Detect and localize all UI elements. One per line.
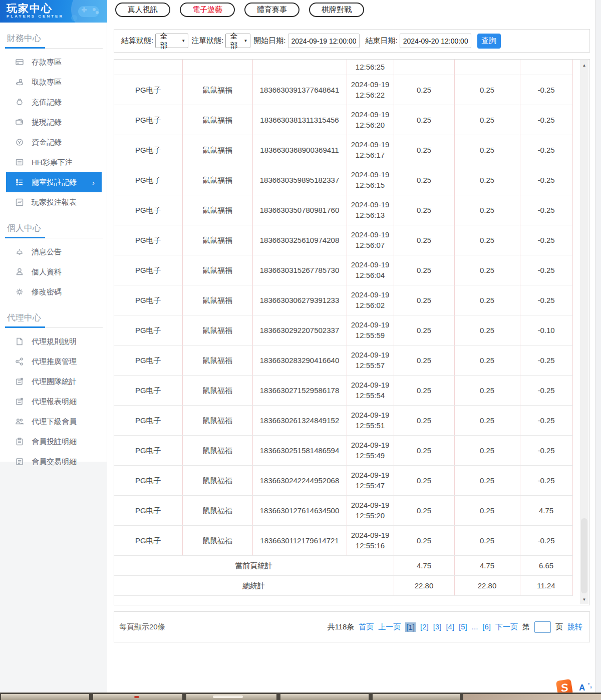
jump-button[interactable]: 跳转: [567, 622, 582, 632]
cell-game: 鼠鼠福福: [182, 135, 252, 165]
sidebar-item-label: 代理團隊統計: [32, 377, 77, 387]
cell-game: 鼠鼠福福: [182, 165, 252, 195]
end-date-input[interactable]: [400, 34, 471, 48]
chevron-down-icon: ▼: [181, 39, 185, 43]
table-scrollbar-thumb[interactable]: [581, 518, 587, 593]
page-link-6[interactable]: [6]: [482, 622, 491, 632]
cell-order-id: 1836630242244952068: [252, 465, 347, 495]
cell-time: 2024-09-1912:55:49: [347, 435, 394, 465]
window-thumbnail[interactable]: [1, 694, 89, 700]
window-thumbnail[interactable]: [280, 694, 369, 700]
tab-體育賽事[interactable]: 體育賽事: [244, 3, 299, 17]
scroll-up-arrow-icon[interactable]: ▲: [580, 61, 588, 69]
sidebar-item-資金記錄[interactable]: 資金記錄: [0, 132, 107, 152]
cell-game: 鼠鼠福福: [182, 315, 252, 345]
sidebar-item-個人資料[interactable]: 個人資料: [0, 262, 107, 282]
cell-order-id: 1836630112179614721: [252, 525, 347, 555]
sidebar-item-代理報表明細[interactable]: 代理報表明細: [0, 392, 107, 412]
cell-game: 鼠鼠福福: [182, 465, 252, 495]
cell-profit: -0.25: [520, 195, 572, 225]
sidebar-item-提現記錄[interactable]: 提現記錄: [0, 112, 107, 132]
cell-empty: [454, 60, 520, 75]
prev-page-link[interactable]: 上一页: [378, 622, 401, 632]
total-count-text: 共118条: [327, 622, 354, 632]
cell-time: 2024-09-1912:55:57: [347, 345, 394, 375]
next-page-link[interactable]: 下一页: [495, 622, 518, 632]
sidebar-item-會員投註明細[interactable]: 會員投註明細: [0, 432, 107, 452]
settle-status-select[interactable]: 全部 ▼: [155, 34, 188, 48]
ime-mode-letter[interactable]: A: [579, 683, 585, 693]
cell-provider: PG电子: [114, 435, 182, 465]
section-divider: [0, 326, 107, 328]
page-link-4[interactable]: [4]: [446, 622, 454, 632]
window-thumbnail[interactable]: [373, 694, 460, 700]
tab-電子遊藝[interactable]: 電子遊藝: [180, 3, 235, 17]
jump-suffix-text: 页: [555, 622, 563, 632]
cell-provider: PG电子: [114, 225, 182, 255]
cell-order-id: 1836630283290416640: [252, 345, 347, 375]
tab-真人視訊[interactable]: 真人視訊: [115, 3, 170, 17]
withdraw-hand-icon: [15, 78, 24, 87]
cell-order-id: 1836630315267785730: [252, 255, 347, 285]
cell-provider: PG电子: [114, 75, 182, 105]
scroll-down-arrow-icon[interactable]: ▼: [580, 595, 588, 603]
cell-valid-total: 22.80: [454, 575, 520, 595]
first-page-link[interactable]: 首页: [359, 622, 374, 632]
search-button[interactable]: 查詢: [477, 34, 501, 49]
cell-profit: -0.25: [520, 405, 572, 435]
cell-valid-bet: 0.25: [454, 285, 520, 315]
sidebar-item-玩家投注報表[interactable]: 玩家投注報表: [0, 192, 107, 212]
jump-page-input[interactable]: [534, 621, 551, 633]
cell-game: 鼠鼠福福: [182, 285, 252, 315]
table-summary-row: 當前頁統計4.754.756.65: [114, 555, 572, 575]
sidebar-item-充值記錄[interactable]: 充值記錄: [0, 92, 107, 112]
cell-provider: PG电子: [114, 195, 182, 225]
page-link-1[interactable]: [1]: [405, 622, 416, 632]
start-date-input[interactable]: [288, 34, 360, 48]
table-scrollbar[interactable]: ▲ ▼: [580, 60, 588, 604]
cell-valid-bet: 0.25: [454, 315, 520, 345]
withdrawal-record-icon: [15, 118, 24, 127]
table-row: PG电子鼠鼠福福18366303062793912332024-09-1912:…: [114, 285, 572, 315]
cell-bet-amount: 0.25: [394, 195, 454, 225]
sidebar-item-廳室投註記錄[interactable]: 廳室投註記錄›: [6, 172, 102, 192]
order-status-select[interactable]: 全部 ▼: [225, 34, 250, 48]
cell-bet-total: 4.75: [394, 555, 454, 575]
tab-棋牌對戰[interactable]: 棋牌對戰: [309, 3, 364, 17]
cell-time: 2024-09-1912:56:20: [347, 105, 394, 135]
sidebar-item-代理規則說明[interactable]: 代理規則說明: [0, 331, 107, 352]
sidebar-item-修改密碼[interactable]: 修改密碼: [0, 282, 107, 302]
cell-time: 2024-09-1912:56:22: [347, 75, 394, 105]
sidebar-item-代理團隊統計[interactable]: 代理團隊統計: [0, 372, 107, 392]
page-link-3[interactable]: [3]: [433, 622, 442, 632]
browser-scrollbar[interactable]: [595, 0, 601, 700]
sidebar-item-存款專區[interactable]: 存款專區: [0, 52, 107, 72]
cell-game: 鼠鼠福福: [182, 495, 252, 525]
cell-time: 2024-09-1912:56:15: [347, 165, 394, 195]
page-link-5[interactable]: [5]: [459, 622, 467, 632]
sidebar-item-HH彩票下注[interactable]: HH彩票下注: [0, 152, 107, 172]
cell-profit: -0.25: [520, 105, 572, 135]
sidebar-item-消息公告[interactable]: 消息公告: [0, 242, 107, 262]
end-date-label: 結束日期:: [366, 36, 398, 46]
sidebar-item-label: 存款專區: [32, 58, 62, 67]
cell-valid-bet: 0.25: [454, 255, 520, 285]
sidebar-item-取款專區[interactable]: 取款專區: [0, 72, 107, 92]
sidebar-item-代理下級會員[interactable]: 代理下級會員: [0, 412, 107, 432]
cell-valid-bet: 0.25: [454, 405, 520, 435]
cell-time: 2024-09-1912:55:20: [347, 495, 394, 525]
sidebar-item-代理推廣管理[interactable]: 代理推廣管理: [0, 352, 107, 372]
order-status-value: 全部: [230, 32, 239, 51]
table-row: PG电子鼠鼠福福18366302832904166402024-09-1912:…: [114, 345, 572, 375]
cell-bet-amount: 0.25: [394, 255, 454, 285]
sidebar-item-會員交易明細[interactable]: 會員交易明細: [0, 452, 107, 472]
page-link-2[interactable]: [2]: [420, 622, 429, 632]
window-thumbnail[interactable]: [463, 694, 601, 700]
table-row: PG电子鼠鼠福福18366302613248491522024-09-1912:…: [114, 405, 572, 435]
sidebar-item-label: 代理規則說明: [32, 337, 77, 346]
report-chart-icon: [15, 198, 24, 207]
sidebar-item-label: 會員交易明細: [32, 457, 77, 467]
sidebar-item-label: 充值記錄: [32, 98, 62, 107]
cell-game: 鼠鼠福福: [182, 375, 252, 405]
sidebar-item-label: 代理下級會員: [32, 417, 77, 427]
